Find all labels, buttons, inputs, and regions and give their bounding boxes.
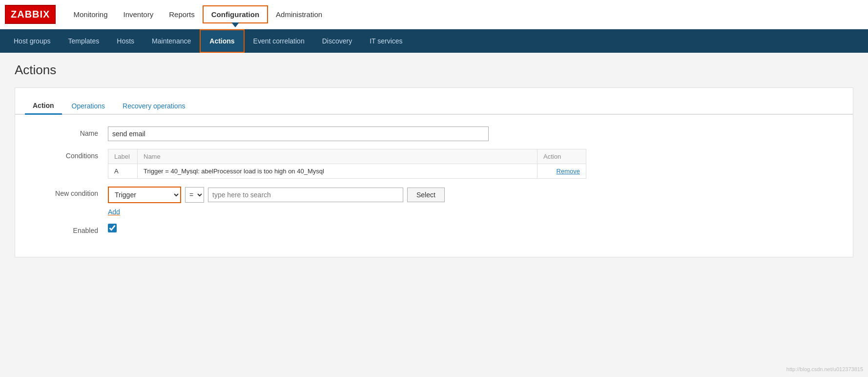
subnav-host-groups[interactable]: Host groups — [5, 29, 59, 53]
subnav-templates[interactable]: Templates — [59, 29, 108, 53]
condition-type-select[interactable]: Trigger — [108, 187, 181, 203]
subnav-discovery[interactable]: Discovery — [313, 29, 361, 53]
nav-administration[interactable]: Administration — [268, 6, 330, 22]
table-row: A Trigger = 40_Mysql: abelProcessor load… — [108, 164, 586, 179]
conditions-row: Conditions Label Name Action A Trigger =… — [15, 149, 853, 179]
logo: ZABBIX — [5, 5, 56, 24]
nav-inventory[interactable]: Inventory — [116, 6, 162, 22]
subnav-maintenance[interactable]: Maintenance — [143, 29, 200, 53]
top-navbar: ZABBIX Monitoring Inventory Reports Conf… — [0, 0, 868, 29]
enabled-row: Enabled — [15, 224, 853, 234]
name-label: Name — [30, 126, 108, 137]
tab-recovery-operations[interactable]: Recovery operations — [115, 98, 193, 114]
col-header-label: Label — [108, 149, 138, 164]
nav-reports[interactable]: Reports — [161, 6, 203, 22]
col-header-name: Name — [138, 149, 537, 164]
page-title: Actions — [15, 63, 853, 78]
condition-action-cell: Remove — [537, 164, 586, 179]
conditions-label: Conditions — [30, 149, 108, 160]
new-condition-row: New condition Trigger = Select Add — [15, 187, 853, 216]
condition-label-cell: A — [108, 164, 138, 179]
select-button[interactable]: Select — [407, 188, 445, 202]
subnav-hosts[interactable]: Hosts — [108, 29, 143, 53]
add-link[interactable]: Add — [108, 208, 120, 216]
name-input[interactable] — [108, 126, 489, 141]
tab-bar: Action Operations Recovery operations — [15, 98, 853, 115]
enabled-field — [108, 224, 838, 234]
enabled-checkbox[interactable] — [108, 224, 117, 232]
enabled-label: Enabled — [30, 224, 108, 234]
name-field — [108, 126, 838, 141]
top-nav-items: Monitoring Inventory Reports Configurati… — [65, 5, 330, 23]
form-card: Action Operations Recovery operations Na… — [15, 87, 853, 257]
new-condition-field: Trigger = Select Add — [108, 187, 838, 216]
sub-navbar: Host groups Templates Hosts Maintenance … — [0, 29, 868, 53]
tab-operations[interactable]: Operations — [64, 98, 113, 114]
subnav-it-services[interactable]: IT services — [361, 29, 411, 53]
condition-search-input[interactable] — [208, 188, 403, 202]
subnav-event-correlation[interactable]: Event correlation — [245, 29, 313, 53]
name-row: Name — [15, 126, 853, 141]
conditions-field: Label Name Action A Trigger = 40_Mysql: … — [108, 149, 838, 179]
nav-monitoring[interactable]: Monitoring — [65, 6, 115, 22]
nav-configuration[interactable]: Configuration — [203, 5, 268, 23]
new-condition-wrap: Trigger = Select — [108, 187, 838, 203]
page-content: Actions Action Operations Recovery opera… — [0, 53, 868, 377]
tab-action[interactable]: Action — [25, 98, 62, 115]
remove-link[interactable]: Remove — [557, 168, 580, 175]
watermark: http://blog.csdn.net/u012373815 — [786, 366, 863, 372]
condition-name-cell: Trigger = 40_Mysql: abelProcessor load i… — [138, 164, 537, 179]
conditions-table: Label Name Action A Trigger = 40_Mysql: … — [108, 149, 586, 179]
operator-select[interactable]: = — [185, 187, 204, 203]
new-condition-label: New condition — [30, 187, 108, 197]
col-header-action: Action — [537, 149, 586, 164]
subnav-actions[interactable]: Actions — [200, 29, 244, 53]
